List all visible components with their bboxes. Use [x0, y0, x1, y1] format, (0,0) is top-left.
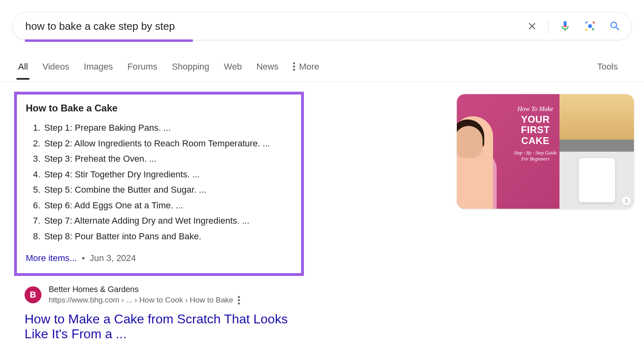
snippet-date: Jun 3, 2024 — [90, 253, 136, 263]
search-icon[interactable] — [607, 18, 623, 35]
tab-news[interactable]: News — [256, 62, 279, 79]
vertical-dots-icon[interactable] — [238, 296, 240, 304]
bullet-separator: • — [82, 253, 85, 263]
source-url-row: https://www.bhg.com › ... › How to Cook … — [49, 296, 240, 304]
search-input[interactable] — [25, 20, 524, 33]
snippet-step: 4.Step 4: Stir Together Dry Ingredients.… — [33, 167, 292, 183]
snippet-step: 8.Step 8: Pour Batter into Pans and Bake… — [33, 229, 292, 245]
cake-shape — [579, 158, 615, 202]
main-column: How to Bake a Cake 1.Step 1: Prepare Bak… — [14, 92, 304, 341]
tab-videos[interactable]: Videos — [42, 62, 69, 79]
tab-more-label: More — [299, 62, 319, 72]
thumb-text: How To Make YOUR FIRST CAKE Step - By - … — [511, 105, 559, 162]
thumb-subtitle: Step - By - Step Guide For Beginners — [511, 150, 559, 162]
lens-search-icon[interactable] — [582, 18, 599, 35]
more-items-link[interactable]: More items... — [26, 253, 77, 263]
search-result: B Better Homes & Gardens https://www.bhg… — [14, 285, 304, 341]
svg-point-0 — [588, 24, 592, 28]
snippet-steps-list: 1.Step 1: Prepare Baking Pans. ... 2.Ste… — [26, 120, 292, 244]
snippet-step: 3.Step 3: Preheat the Oven. ... — [33, 151, 292, 167]
snippet-step: 7.Step 7: Alternate Adding Dry and Wet I… — [33, 213, 292, 229]
result-title-link[interactable]: How to Make a Cake from Scratch That Loo… — [25, 312, 304, 341]
result-header: B Better Homes & Gardens https://www.bhg… — [25, 285, 304, 304]
source-url: https://www.bhg.com › ... › How to Cook … — [49, 296, 233, 304]
thumb-left-panel: How To Make YOUR FIRST CAKE Step - By - … — [457, 94, 559, 209]
featured-snippet: How to Bake a Cake 1.Step 1: Prepare Bak… — [14, 92, 304, 276]
thumb-badge: 1 — [622, 140, 631, 148]
thumb-cake-image: 3 — [559, 152, 634, 209]
video-thumbnail-card[interactable]: How To Make YOUR FIRST CAKE Step - By - … — [457, 94, 634, 209]
snippet-footer: More items... • Jun 3, 2024 — [26, 253, 292, 263]
tabs-row: All Videos Images Forums Shopping Web Ne… — [0, 59, 644, 82]
snippet-step: 6.Step 6: Add Eggs One at a Time. ... — [33, 198, 292, 214]
vertical-dots-icon — [293, 62, 295, 71]
side-column: How To Make YOUR FIRST CAKE Step - By - … — [457, 92, 634, 341]
site-favicon: B — [25, 286, 41, 303]
tools-button[interactable]: Tools — [597, 62, 626, 79]
tab-shopping[interactable]: Shopping — [172, 62, 209, 79]
thumb-maintitle: YOUR FIRST CAKE — [511, 114, 559, 146]
snippet-step: 1.Step 1: Prepare Baking Pans. ... — [33, 120, 292, 136]
result-source: Better Homes & Gardens https://www.bhg.c… — [49, 285, 240, 304]
divider — [548, 19, 549, 33]
voice-search-icon[interactable] — [557, 18, 574, 35]
thumb-cake-image: 1 — [559, 94, 634, 152]
tab-more[interactable]: More — [293, 62, 319, 79]
thumb-person-head — [457, 126, 483, 158]
thumb-badge: 3 — [622, 197, 631, 206]
tab-images[interactable]: Images — [84, 62, 113, 79]
snippet-step: 5.Step 5: Combine the Butter and Sugar. … — [33, 182, 292, 198]
svg-point-1 — [592, 28, 594, 30]
thumb-pretitle: How To Make — [511, 105, 559, 113]
thumb-right-panel: 1 3 — [559, 94, 634, 209]
search-bar-container — [0, 0, 644, 42]
search-bar[interactable] — [12, 12, 632, 40]
tabs-left: All Videos Images Forums Shopping Web Ne… — [18, 62, 319, 79]
tab-forums[interactable]: Forums — [127, 62, 157, 79]
snippet-step: 2.Step 2: Allow Ingredients to Reach Roo… — [33, 136, 292, 152]
source-name: Better Homes & Gardens — [49, 285, 240, 294]
search-icons-group — [524, 18, 623, 35]
clear-icon[interactable] — [524, 18, 540, 34]
thumb-person — [457, 116, 493, 209]
tab-all[interactable]: All — [18, 62, 28, 79]
snippet-title: How to Bake a Cake — [26, 103, 292, 114]
results-area: How to Bake a Cake 1.Step 1: Prepare Bak… — [0, 82, 644, 341]
tab-web[interactable]: Web — [224, 62, 242, 79]
query-underline — [25, 39, 193, 42]
